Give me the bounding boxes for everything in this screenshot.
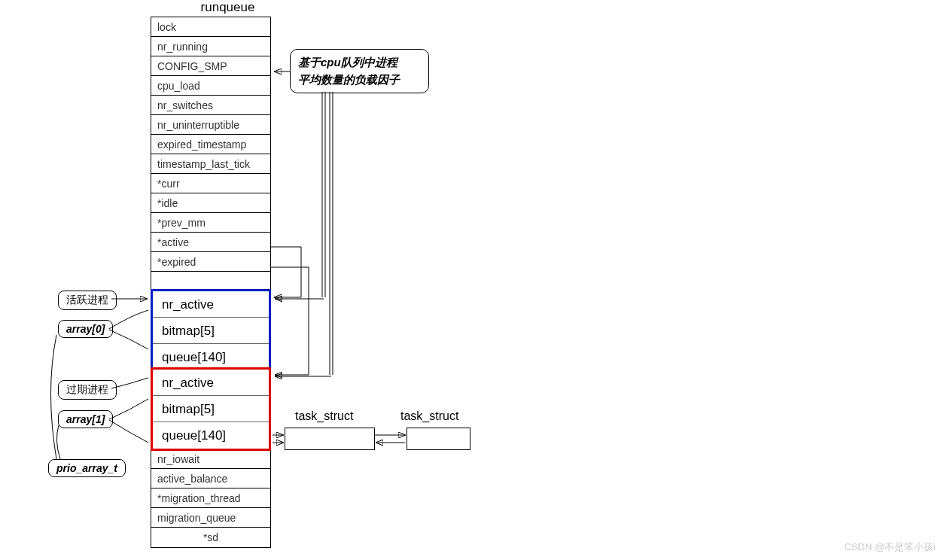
runqueue-struct: lock nr_running CONFIG_SMP cpu_load nr_s… [151,17,271,548]
field-expired: *expired [151,252,270,272]
field-migration-queue: migration_queue [151,508,270,528]
field-cpu-load: cpu_load [151,76,270,96]
field-timestamp-last-tick: timestamp_last_tick [151,154,270,174]
watermark: CSDN @不是笨小孩i [844,540,936,554]
label-array1: array[1] [58,410,113,428]
field-curr: *curr [151,174,270,193]
label-prio-array: prio_array_t [48,459,126,477]
expired-bitmap: bitmap[5] [153,396,269,422]
field-migration-thread: *migration_thread [151,488,270,508]
field-sd: *sd [151,528,270,547]
field-expired-timestamp: expired_timestamp [151,135,270,154]
expired-queue: queue[140] [153,422,269,449]
label-array0: array[0] [58,320,113,338]
label-expired-proc: 过期进程 [58,380,117,400]
active-nr-active: nr_active [153,291,269,318]
cpu-load-callout: 基于cpu队列中进程 平均数量的负载因子 [290,49,429,93]
task-struct-box-2 [407,428,470,450]
field-nr-running: nr_running [151,37,270,56]
field-lock: lock [151,17,270,37]
active-bitmap: bitmap[5] [153,318,269,344]
active-array-box: nr_active bitmap[5] queue[140] [151,289,271,373]
expired-nr-active: nr_active [153,370,269,396]
connector-lines [0,0,947,560]
callout-line1: 基于cpu队列中进程 [298,54,421,72]
field-nr-iowait: nr_iowait [151,449,270,469]
expired-array-box: nr_active bitmap[5] queue[140] [151,367,271,451]
task-struct-label-1: task_struct [295,409,353,423]
field-nr-switches: nr_switches [151,96,270,115]
task-struct-box-1 [285,428,375,450]
field-config-smp: CONFIG_SMP [151,56,270,76]
field-prev-mm: *prev_mm [151,213,270,233]
field-nr-uninterruptible: nr_uninterruptible [151,115,270,135]
field-idle: *idle [151,193,270,213]
diagram-title: runqueue [169,0,286,15]
task-struct-label-2: task_struct [400,409,458,423]
field-active: *active [151,233,270,252]
callout-line2: 平均数量的负载因子 [298,72,421,89]
label-active-proc: 活跃进程 [58,291,117,310]
active-queue: queue[140] [153,344,269,370]
field-active-balance: active_balance [151,469,270,488]
